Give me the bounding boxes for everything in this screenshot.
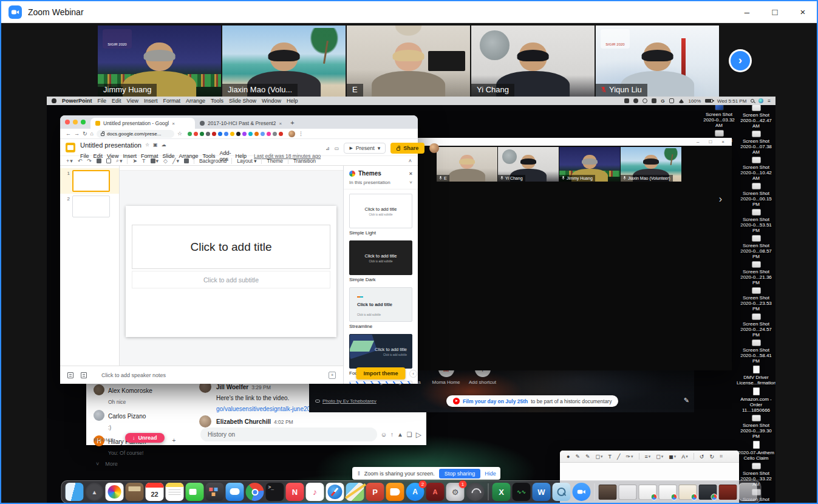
chrome-dock-icon[interactable] <box>246 483 264 501</box>
chat-message-link[interactable]: go/valuesensitivedesigntalk-june2020 <box>216 406 317 412</box>
border-color-icon[interactable]: ◻▾ <box>656 454 663 460</box>
desktop-file[interactable]: DMV Driver License...firmation <box>737 366 775 386</box>
video-message-icon[interactable]: ❑ <box>407 431 412 438</box>
preview-dock-icon[interactable] <box>553 483 571 501</box>
chat-more-toggle[interactable]: ˅ More <box>94 461 189 467</box>
launchpad-dock-icon[interactable]: ▲ <box>86 483 104 501</box>
menu-file[interactable]: File <box>98 98 107 104</box>
send-icon[interactable]: ▷ <box>416 431 421 439</box>
video-tile-e-active-speaker[interactable]: E <box>347 26 470 97</box>
zoom-dock-icon[interactable] <box>573 483 591 501</box>
safari-dock-icon[interactable] <box>326 483 344 501</box>
desktop-file[interactable]: 2020-07-Anthem Cello Claim <box>737 441 775 461</box>
slideshow-icon[interactable]: ⊿ <box>325 146 330 151</box>
close-tab-icon[interactable]: × <box>172 121 175 126</box>
comment-icon[interactable]: ▭ <box>335 146 339 151</box>
menu-slide-show[interactable]: Slide Show <box>229 98 256 104</box>
background-button[interactable]: Background <box>199 158 227 164</box>
signature-tool-icon[interactable]: ✑▾ <box>625 454 633 460</box>
new-slide-button[interactable]: +▾ <box>66 158 73 164</box>
sketch-pen-icon[interactable]: ✎ <box>575 454 580 460</box>
tab-untitled-presentation[interactable]: Untitled presentation - Googl × <box>90 118 195 129</box>
theme-focus[interactable]: Click to add title Click to add subtitle <box>349 334 412 369</box>
chat-message-input[interactable] <box>200 427 377 441</box>
chrome-profile-avatar[interactable] <box>288 131 295 137</box>
slide-thumbnail-2[interactable]: 2 <box>60 194 119 219</box>
desktop-file[interactable]: Amazon.com - Order 11...1850666 <box>737 387 775 413</box>
contacts-dock-icon[interactable] <box>126 483 144 501</box>
next-page-chevron[interactable]: › <box>719 194 722 205</box>
wallpaper-photo-credit[interactable]: Photo by Ev Tchebotarev <box>315 398 377 404</box>
notification-center-icon[interactable]: ≡ <box>768 98 771 104</box>
menu-arrange[interactable]: Arrange <box>186 98 205 104</box>
theme-partially-visible[interactable] <box>349 381 412 384</box>
undo-button[interactable]: ↶ <box>78 158 83 164</box>
theme-button[interactable]: Theme <box>267 158 282 164</box>
calendar-dock-icon[interactable]: 22 <box>146 483 164 501</box>
account-avatar[interactable] <box>429 143 439 153</box>
cloud-status-icon[interactable]: ☁ <box>162 141 166 149</box>
grid-view-icon[interactable] <box>67 372 73 378</box>
word-dock-icon[interactable]: W <box>533 483 551 501</box>
tab-hci-past-present[interactable]: 2017-10-HCI Past & Present2 × <box>195 118 287 129</box>
status-dark-circle-icon[interactable] <box>633 98 638 103</box>
crop-icon[interactable]: ⌗ <box>720 453 723 460</box>
bookmark-star-icon[interactable]: ☆ <box>177 131 182 137</box>
layout-button[interactable]: Layout ▾ <box>237 158 256 164</box>
insert-image-button[interactable]: ▾ <box>151 158 159 164</box>
close-panel-icon[interactable]: × <box>409 171 412 177</box>
news-dock-icon[interactable]: N <box>286 483 304 501</box>
next-participants-page-button[interactable]: › <box>729 49 752 72</box>
minimize-button[interactable]: – <box>697 139 699 145</box>
google-status-icon[interactable]: G <box>661 98 664 104</box>
finder-dock-icon[interactable] <box>66 483 84 501</box>
slide-editor[interactable]: Click to add title Click to add subtitle <box>126 206 336 337</box>
text-box-button[interactable]: T <box>142 158 146 164</box>
theme-simple-dark[interactable]: Click to add title Click to add subtitle <box>349 240 412 275</box>
back-icon[interactable]: ← <box>66 131 71 137</box>
desktop-file[interactable]: Screen Shot 2020-0...07.38 AM <box>737 131 775 155</box>
powerpoint-dock-icon[interactable]: P <box>366 483 384 501</box>
extension-icons[interactable] <box>188 132 283 136</box>
select-cursor-button[interactable]: ➤ <box>132 158 137 164</box>
chat-contact-row[interactable]: Carlos Pizano:) <box>94 410 189 432</box>
status-video-icon[interactable] <box>652 98 656 103</box>
subtitle-placeholder[interactable]: Click to add subtitle <box>132 271 330 288</box>
theme-streamline[interactable]: Click to add title Click to add subtitle <box>349 287 412 322</box>
facetime-dock-icon[interactable] <box>186 483 204 501</box>
pause-share-icon[interactable]: ‖ <box>358 471 360 477</box>
active-app-menu[interactable]: PowerPoint <box>62 98 92 104</box>
google-slides-logo[interactable] <box>66 143 75 152</box>
maps-dock-icon[interactable] <box>346 483 364 501</box>
new-tab-button[interactable]: + <box>290 119 294 126</box>
music-dock-icon[interactable]: ♪ <box>306 483 324 501</box>
import-theme-button[interactable]: Import theme <box>356 367 405 380</box>
font-style-icon[interactable]: A▾ <box>681 454 688 460</box>
document-title[interactable]: Untitled presentation <box>80 141 141 149</box>
airport-utility-dock-icon[interactable] <box>466 483 485 501</box>
photo-booth-dock-icon[interactable] <box>206 483 224 501</box>
desktop-file[interactable]: Screen Shot 2020-0...00.15 PM <box>737 183 775 207</box>
video-tile-e-active-speaker[interactable]: E <box>437 147 497 182</box>
desktop-file[interactable]: Screen Shot 2020-0...42.47 AM <box>737 104 775 129</box>
excel-dock-icon[interactable]: X <box>493 483 511 501</box>
rotate-left-icon[interactable]: ↺ <box>700 454 704 460</box>
video-tile-yi-chang[interactable]: Yi Chang <box>498 147 559 182</box>
insert-placeholder-button[interactable] <box>184 158 189 163</box>
customize-pencil-icon[interactable]: ✎ <box>684 397 689 404</box>
title-placeholder[interactable]: Click to add title <box>132 225 330 269</box>
apple-menu-icon[interactable] <box>52 98 56 103</box>
collapse-toolbar-icon[interactable]: ˄ <box>409 158 412 164</box>
desktop-file[interactable]: Screen Shot 2020-0...24.57 PM <box>737 313 775 338</box>
caret-down-icon[interactable]: ▾ <box>378 145 381 151</box>
desktop-file[interactable]: Screen Shot 2020-0...53.51 PM <box>737 209 775 233</box>
minimized-chrome-window[interactable] <box>679 485 697 500</box>
zoom-traffic-light[interactable] <box>81 120 86 124</box>
maximize-button[interactable]: □ <box>761 1 789 22</box>
video-tile-yi-chang[interactable]: Yi Chang <box>471 26 595 97</box>
paint-format-button[interactable] <box>106 158 111 163</box>
maximize-button[interactable]: □ <box>709 139 712 145</box>
hide-banner-link[interactable]: Hide <box>485 471 496 477</box>
desktop-file[interactable]: Screen Shot 2020-0...03.32 AM <box>700 104 738 128</box>
shapes-tool-icon[interactable]: ◻▾ <box>596 454 603 460</box>
